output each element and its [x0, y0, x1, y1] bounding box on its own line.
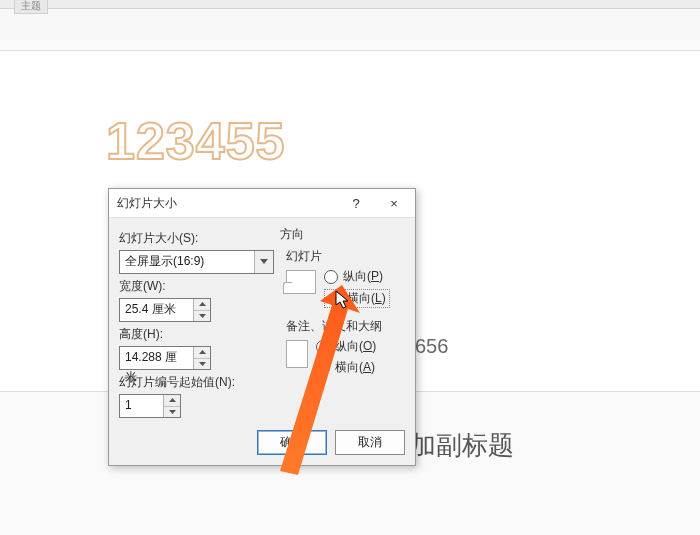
- width-spinner[interactable]: 25.4 厘米: [119, 298, 211, 322]
- landscape-page-icon: [286, 270, 316, 294]
- radio-label: 横向(L): [347, 290, 386, 307]
- radio-notes-portrait[interactable]: 纵向(O): [316, 338, 376, 355]
- ribbon-tab-themes[interactable]: 主题: [14, 0, 48, 14]
- width-label: 宽度(W):: [119, 278, 274, 295]
- width-up-icon[interactable]: [194, 299, 210, 311]
- slide-size-value: 全屏显示(16:9): [120, 251, 254, 273]
- dialog-right-column: 方向 幻灯片 纵向(P) 横向(L) 备注、讲义和大纲 纵: [274, 226, 405, 418]
- dialog-title: 幻灯片大小: [117, 195, 337, 212]
- chevron-down-icon[interactable]: [254, 251, 273, 273]
- slide-size-label: 幻灯片大小(S):: [119, 230, 274, 247]
- dialog-left-column: 幻灯片大小(S): 全屏显示(16:9) 宽度(W): 25.4 厘米 高度(H…: [119, 226, 274, 418]
- radio-slides-landscape[interactable]: 横向(L): [324, 289, 390, 308]
- height-down-icon[interactable]: [194, 359, 210, 370]
- slide-size-combo[interactable]: 全屏显示(16:9): [119, 250, 274, 274]
- cancel-button[interactable]: 取消: [335, 430, 405, 455]
- height-spinner[interactable]: 14.288 厘米: [119, 346, 211, 370]
- height-up-icon[interactable]: [194, 347, 210, 359]
- subtitle-placeholder[interactable]: 加副标题: [410, 428, 514, 463]
- portrait-page-icon: [286, 340, 308, 368]
- help-button[interactable]: ?: [337, 190, 375, 216]
- width-down-icon[interactable]: [194, 311, 210, 322]
- radio-slides-portrait[interactable]: 纵向(P): [324, 268, 390, 285]
- slide-title[interactable]: 123455: [106, 111, 286, 171]
- orientation-group-label: 方向: [280, 226, 405, 243]
- radio-label: 纵向(O): [335, 338, 376, 355]
- height-label: 高度(H):: [119, 326, 274, 343]
- radio-notes-landscape[interactable]: 横向(A): [316, 359, 376, 376]
- background-number: 656: [415, 335, 448, 358]
- close-button[interactable]: ×: [375, 190, 413, 216]
- radio-label: 横向(A): [335, 359, 375, 376]
- dialog-titlebar[interactable]: 幻灯片大小 ? ×: [109, 189, 415, 218]
- height-value: 14.288 厘米: [120, 347, 193, 369]
- ribbon-strip: 主题: [0, 0, 700, 9]
- start-up-icon[interactable]: [164, 395, 180, 407]
- notes-orientation-label: 备注、讲义和大纲: [286, 318, 405, 335]
- start-number-spinner[interactable]: 1: [119, 394, 181, 418]
- slides-orientation-label: 幻灯片: [286, 248, 405, 265]
- radio-label: 纵向(P): [343, 268, 383, 285]
- start-down-icon[interactable]: [164, 407, 180, 418]
- slide-size-dialog: 幻灯片大小 ? × 幻灯片大小(S): 全屏显示(16:9) 宽度(W): 25…: [108, 188, 416, 466]
- width-value: 25.4 厘米: [120, 299, 193, 321]
- start-number-label: 幻灯片编号起始值(N):: [119, 374, 274, 391]
- ok-button[interactable]: 确定: [257, 430, 327, 455]
- start-number-value: 1: [120, 395, 163, 417]
